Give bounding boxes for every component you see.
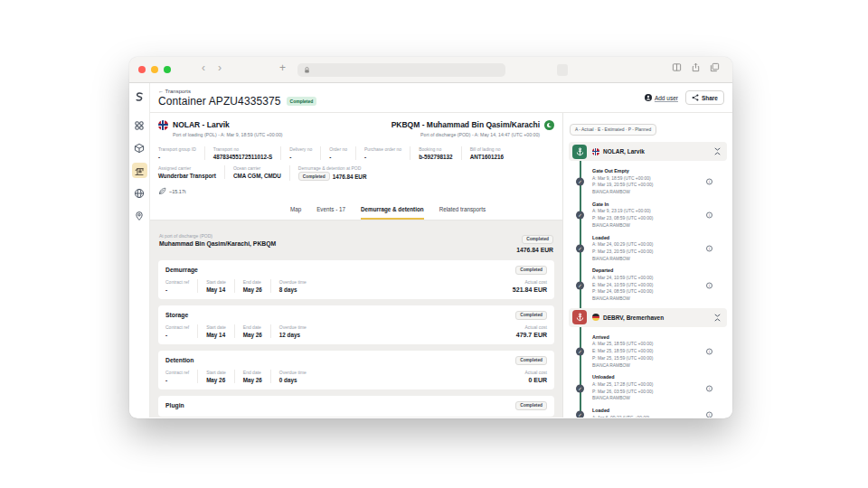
dd-card-title: Storage (165, 312, 188, 318)
pod-summary-title: Muhammad Bin Qasim/Karachi, PKBQM (159, 240, 276, 247)
demurrage-detention-panel: At port of discharge (POD) Muhammad Bin … (150, 221, 562, 418)
timeline-group-name: DEBRV, Bremerhaven (603, 314, 664, 321)
dd-card-body: Contract ref-Start dateMay 26End dateMay… (165, 370, 547, 383)
detail-field: Transport group ID- (158, 146, 204, 160)
sidebar-item-shipments[interactable] (132, 140, 147, 155)
new-tab-button[interactable]: + (279, 61, 286, 74)
timeline-legend: A - Actual · E - Estimated · P - Planned (570, 124, 656, 136)
minimize-window-button[interactable] (151, 66, 158, 73)
pod-summary-label: At port of discharge (POD) (159, 233, 276, 239)
dd-card-field-value: May 26 (206, 377, 226, 383)
share-page-icon[interactable] (691, 62, 701, 72)
collapse-icon[interactable] (714, 147, 721, 155)
info-icon[interactable]: i (706, 385, 712, 391)
user-icon (645, 94, 652, 101)
event-vessel-name: BIANCA RAMBOW (592, 256, 696, 263)
detail-field-label: Purchase order no (364, 146, 401, 152)
info-icon[interactable]: i (706, 212, 712, 219)
tab-related-transports[interactable]: Related transports (439, 206, 486, 220)
sidebar-item-apps[interactable] (132, 117, 147, 133)
detail-field-value: - (329, 154, 347, 160)
detail-field-value: - (158, 154, 196, 160)
event-time-line: A: Mar 25, 18:59 (UTC +00:00) (592, 341, 696, 348)
dd-card: DetentionCompletedContract ref-Start dat… (158, 351, 554, 389)
germany-flag-icon (592, 314, 599, 321)
info-icon[interactable]: i (706, 245, 712, 251)
timeline-event: ✓LoadedA: Apr 6, 09:22 (UTC +00:00)i (592, 408, 727, 418)
event-title: Unloaded (592, 374, 696, 380)
detail-field: Bill of lading noANT1601216 (461, 146, 512, 160)
browser-window: ‹ › + (129, 57, 732, 418)
detail-field-label: Transport no (213, 146, 272, 152)
dd-card-field-value: 12 days (279, 332, 307, 338)
dd-card-field-label: Overdue time (279, 279, 307, 285)
timeline-group-header[interactable]: NOLAR, Larvik (569, 142, 727, 161)
detail-field-value: - (364, 154, 401, 160)
address-bar[interactable] (297, 63, 505, 77)
browser-back-button[interactable]: ‹ (202, 61, 205, 74)
dd-card-status-badge: Completed (515, 311, 547, 320)
dd-at-pod-label: Demurrage & detention at POD (298, 165, 367, 171)
actual-cost-label: Actual cost (513, 279, 547, 285)
event-time-line: P: Mar 25, 15:59 (UTC +00:00) (592, 355, 696, 362)
event-title: Departed (592, 267, 696, 273)
browser-forward-button[interactable]: › (218, 61, 222, 74)
dd-card-field: End dateMay 26 (234, 324, 270, 338)
timeline-group-header[interactable]: DEBRV, Bremerhaven (569, 308, 727, 327)
event-title: Gate Out Empty (592, 168, 696, 174)
sidebar-item-global[interactable] (132, 185, 147, 201)
dd-card-field-label: Start date (206, 370, 226, 375)
dd-card-actual-cost: Actual cost521.84 EUR (513, 279, 547, 293)
share-button[interactable]: Share (685, 90, 724, 105)
info-icon[interactable]: i (706, 179, 712, 185)
add-user-button[interactable]: Add user (645, 94, 678, 101)
event-time-line: P: Mar 24, 08:59 (UTC +00:00) (592, 288, 696, 296)
event-time-line: A: Mar 24, 10:59 (UTC +00:00) (592, 275, 696, 282)
tab-map[interactable]: Map (290, 206, 301, 220)
apps-grid-icon (134, 120, 145, 131)
anchor-icon (572, 310, 587, 324)
breadcrumb-transports[interactable]: ← Transports (158, 89, 316, 94)
dd-card-field: End dateMay 26 (234, 370, 270, 383)
page-header: ← Transports Container APZU4335375 Compl… (150, 83, 732, 113)
event-vessel-name: BIANCA RAMBOW (592, 296, 696, 303)
check-circle-icon: ✓ (576, 211, 584, 220)
dd-card-actual-cost: Actual cost479.7 EUR (516, 324, 547, 338)
dd-card-field-value: - (165, 377, 189, 383)
check-circle-icon: ✓ (576, 348, 584, 356)
timeline-event: ✓DepartedA: Mar 24, 10:59 (UTC +00:00)E:… (592, 267, 727, 303)
sidebar-item-locations[interactable] (132, 208, 147, 223)
status-badge: Completed (287, 97, 317, 106)
event-vessel-name: BIANCA RAMBOW (592, 362, 696, 370)
actual-cost-value: 521.84 EUR (513, 286, 547, 293)
tab-demurrage-detention[interactable]: Demurrage & detention (361, 206, 424, 220)
sidebar-item-ports[interactable] (132, 163, 147, 178)
dd-card-field: Contract ref- (165, 279, 197, 293)
event-title: Loaded (592, 235, 696, 240)
port-crane-icon (134, 165, 145, 176)
detail-field-value: 48783455172511012-S (213, 154, 272, 160)
event-time-line: A: Mar 9, 23:19 (UTC +00:00) (592, 208, 696, 215)
app-sidebar-rail (129, 83, 150, 418)
timeline-event: ✓Gate InA: Mar 9, 23:19 (UTC +00:00)P: M… (592, 202, 727, 230)
sidebar-toggle-icon[interactable] (672, 62, 682, 72)
info-icon[interactable]: i (706, 411, 712, 418)
globe-icon (134, 188, 145, 199)
zoom-window-button[interactable] (164, 66, 171, 73)
info-icon[interactable]: i (706, 282, 712, 288)
dd-card-field-value: May 26 (243, 286, 262, 293)
origin-port: NOLAR - Larvik (173, 120, 283, 129)
detail-field-label: Delivery no (289, 146, 312, 152)
collapse-icon[interactable] (714, 314, 721, 322)
browser-extension-button[interactable] (557, 64, 568, 76)
carrier-field: Ocean carrierCMA CGM, CMDU (224, 165, 289, 179)
info-icon[interactable]: i (706, 349, 712, 355)
dd-card-title: Plugin (165, 402, 184, 408)
close-window-button[interactable] (138, 66, 146, 73)
tab-overview-icon[interactable] (710, 62, 720, 72)
leaf-icon (158, 187, 166, 195)
timeline-group: DEBRV, Bremerhaven✓ArrivedA: Mar 25, 18:… (569, 308, 727, 418)
tab-events-17[interactable]: Events - 17 (316, 206, 345, 220)
dd-at-pod-value-row: Completed1476.84 EUR (298, 172, 367, 181)
dd-at-pod-value: 1476.84 EUR (333, 174, 367, 180)
